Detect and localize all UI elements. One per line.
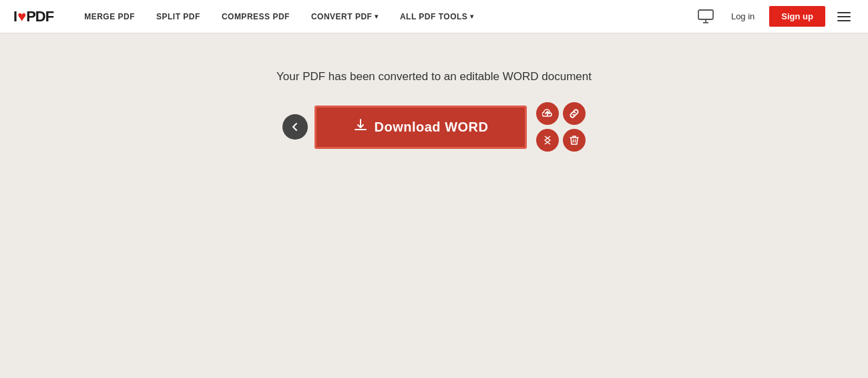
nav-links: MERGE PDF SPLIT PDF COMPRESS PDF CONVERT… [73,0,695,33]
download-icon [353,118,368,136]
svg-rect-0 [698,10,713,19]
nav-all-pdf-tools[interactable]: ALL PDF TOOLS ▾ [389,0,485,33]
logo-i: I [13,8,17,25]
hamburger-line-2 [837,16,851,17]
logo-text: I♥PDF [13,8,53,25]
action-row: Download WORD [282,102,586,152]
side-icons [536,102,586,152]
logo-heart: ♥ [17,8,25,25]
nav-convert-pdf[interactable]: CONVERT PDF ▾ [300,0,389,33]
monitor-icon[interactable] [695,6,716,27]
hamburger-menu[interactable] [833,8,855,25]
icon-row-top [536,102,586,125]
nav-split-pdf[interactable]: SPLIT PDF [146,0,211,33]
all-tools-arrow: ▾ [470,13,474,20]
icon-row-bottom [536,129,586,152]
nav-right: Log in Sign up [695,6,855,27]
login-button[interactable]: Log in [724,7,761,25]
main-content: Your PDF has been converted to an editab… [0,33,868,152]
hamburger-line-1 [837,12,851,13]
delete-icon[interactable] [563,129,586,152]
dropbox-icon[interactable] [536,129,559,152]
signup-button[interactable]: Sign up [769,6,825,27]
download-word-label: Download WORD [375,120,489,135]
download-word-button[interactable]: Download WORD [314,106,527,149]
convert-pdf-arrow: ▾ [375,13,379,20]
back-button[interactable] [282,114,308,140]
navbar: I♥PDF MERGE PDF SPLIT PDF COMPRESS PDF C… [0,0,868,33]
hamburger-line-3 [837,20,851,21]
success-message: Your PDF has been converted to an editab… [276,70,592,83]
logo-pdf: PDF [26,8,53,25]
nav-compress-pdf[interactable]: COMPRESS PDF [211,0,300,33]
nav-merge-pdf[interactable]: MERGE PDF [73,0,146,33]
share-link-icon[interactable] [563,102,586,125]
upload-cloud-icon[interactable] [536,102,559,125]
logo[interactable]: I♥PDF [13,8,53,25]
